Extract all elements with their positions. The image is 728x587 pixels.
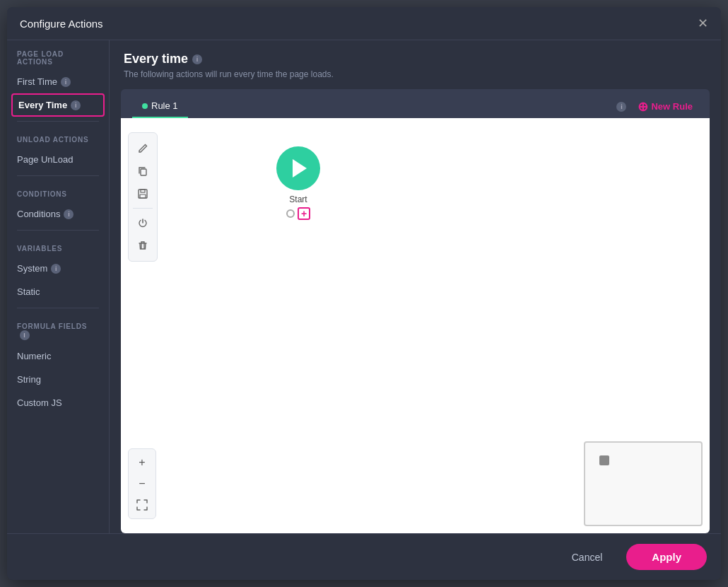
every-time-label: Every Time bbox=[18, 100, 67, 110]
tab-rule1-label: Rule 1 bbox=[151, 100, 178, 111]
every-time-info-icon[interactable]: i bbox=[71, 100, 81, 110]
sidebar-item-numeric[interactable]: Numeric bbox=[7, 344, 109, 368]
power-tool-button[interactable] bbox=[133, 213, 153, 233]
tabs-bar: Rule 1 i ⊕ New Rule bbox=[121, 89, 710, 118]
start-circle-button[interactable] bbox=[276, 146, 320, 190]
sidebar-divider-2 bbox=[17, 175, 99, 176]
edit-tool-button[interactable] bbox=[133, 139, 153, 158]
zoom-out-button[interactable]: − bbox=[133, 475, 151, 493]
start-node: Start + bbox=[276, 146, 320, 220]
conditions-info-icon[interactable]: i bbox=[64, 209, 74, 219]
canvas-wrapper: Start + + − bbox=[121, 118, 710, 533]
tabs-right: i ⊕ New Rule bbox=[616, 98, 698, 116]
play-icon bbox=[293, 159, 307, 178]
page-load-section-label: PAGE LOAD ACTIONS bbox=[7, 40, 109, 70]
toolbar-separator bbox=[133, 208, 153, 209]
delete-tool-button[interactable] bbox=[133, 236, 153, 255]
main-subtitle: The following actions will run every tim… bbox=[124, 69, 707, 79]
sidebar-item-page-unload[interactable]: Page UnLoad bbox=[7, 148, 109, 171]
sidebar-item-string[interactable]: String bbox=[7, 368, 109, 391]
sidebar-item-static[interactable]: Static bbox=[7, 280, 109, 303]
sidebar-item-conditions[interactable]: Conditions i bbox=[7, 202, 109, 226]
configure-actions-dialog: Configure Actions ✕ PAGE LOAD ACTIONS Fi… bbox=[7, 7, 721, 580]
string-label: String bbox=[17, 374, 41, 385]
main-title-text: Every time bbox=[124, 52, 188, 66]
sidebar-item-system[interactable]: System i bbox=[7, 257, 109, 280]
first-time-info-icon[interactable]: i bbox=[61, 77, 71, 87]
tabs-info-icon[interactable]: i bbox=[616, 102, 626, 112]
sidebar-item-every-time[interactable]: Every Time i bbox=[11, 93, 105, 117]
apply-button[interactable]: Apply bbox=[626, 544, 707, 570]
new-rule-plus-icon: ⊕ bbox=[638, 100, 648, 113]
static-label: Static bbox=[17, 286, 40, 297]
system-info-icon[interactable]: i bbox=[51, 264, 61, 274]
sidebar-divider-3 bbox=[17, 230, 99, 231]
conditions-section-label: CONDITIONS bbox=[7, 180, 109, 202]
save-tool-button[interactable] bbox=[133, 184, 153, 204]
dialog-title: Configure Actions bbox=[20, 18, 103, 30]
unload-section-label: UNLOAD ACTIONS bbox=[7, 126, 109, 148]
dialog-header: Configure Actions ✕ bbox=[7, 7, 721, 40]
connector-circle bbox=[286, 209, 295, 218]
dialog-body: PAGE LOAD ACTIONS First Time i Every Tim… bbox=[7, 40, 721, 533]
new-rule-label: New Rule bbox=[651, 101, 693, 112]
sidebar-divider-4 bbox=[17, 308, 99, 308]
zoom-in-button[interactable]: + bbox=[133, 453, 151, 472]
canvas-toolbar bbox=[128, 132, 158, 262]
formula-info-icon[interactable]: i bbox=[20, 330, 30, 340]
sidebar: PAGE LOAD ACTIONS First Time i Every Tim… bbox=[7, 40, 110, 533]
main-title: Every time i bbox=[124, 52, 707, 66]
tab-dot bbox=[142, 103, 148, 109]
system-label: System bbox=[17, 263, 47, 274]
tabs-left: Rule 1 bbox=[132, 95, 188, 118]
new-rule-button[interactable]: ⊕ New Rule bbox=[632, 98, 698, 116]
add-action-button[interactable]: + bbox=[298, 207, 310, 220]
numeric-label: Numeric bbox=[17, 351, 51, 361]
sidebar-item-custom-js[interactable]: Custom JS bbox=[7, 391, 109, 414]
sidebar-item-first-time[interactable]: First Time i bbox=[7, 70, 109, 93]
custom-js-label: Custom JS bbox=[17, 397, 62, 408]
variables-section-label: VARIABLES bbox=[7, 235, 109, 257]
dialog-footer: Cancel Apply bbox=[7, 533, 721, 580]
copy-tool-button[interactable] bbox=[133, 161, 153, 181]
start-label: Start bbox=[289, 194, 307, 204]
cancel-button[interactable]: Cancel bbox=[558, 545, 617, 570]
tab-rule1[interactable]: Rule 1 bbox=[132, 95, 188, 118]
main-title-info-icon[interactable]: i bbox=[192, 54, 202, 64]
formula-section-label: FORMULA FIELDS i bbox=[7, 313, 109, 344]
svg-rect-3 bbox=[140, 194, 146, 198]
main-area: Every time i The following actions will … bbox=[110, 40, 721, 533]
formula-label: FORMULA FIELDS bbox=[17, 322, 87, 330]
close-icon[interactable]: ✕ bbox=[698, 17, 708, 30]
svg-rect-0 bbox=[141, 169, 146, 175]
page-unload-label: Page UnLoad bbox=[17, 154, 74, 165]
minimap bbox=[584, 441, 703, 526]
zoom-controls: + − bbox=[128, 448, 156, 519]
conditions-label: Conditions bbox=[17, 209, 60, 219]
zoom-fit-button[interactable] bbox=[133, 496, 151, 514]
first-time-label: First Time bbox=[17, 76, 57, 87]
main-header: Every time i The following actions will … bbox=[110, 40, 721, 82]
start-connectors: + bbox=[286, 207, 310, 220]
minimap-node bbox=[599, 455, 609, 465]
sidebar-divider-1 bbox=[17, 121, 99, 122]
